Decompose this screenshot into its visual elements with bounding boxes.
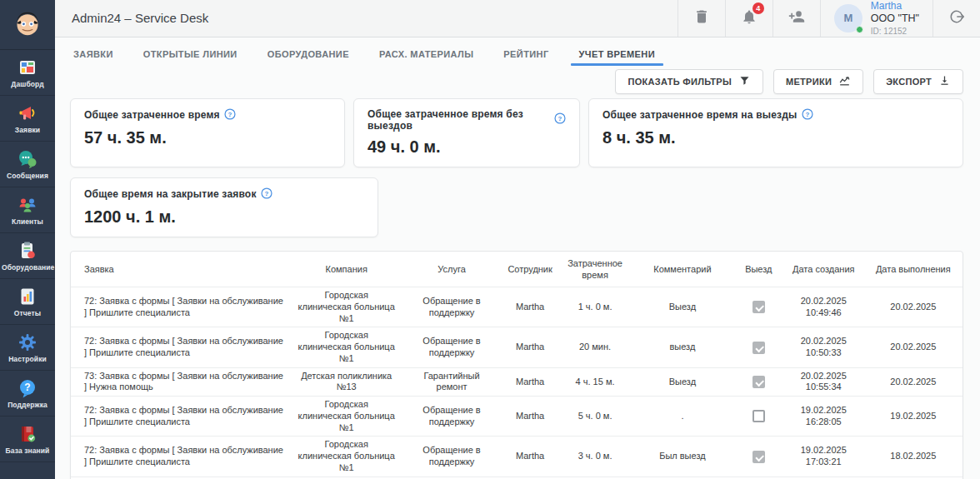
column-header-employee: Сотрудник [501,252,559,287]
cartoon-avatar-icon [11,7,44,43]
sidebar-item-equipment[interactable]: Оборудование [0,233,55,279]
created-date: 20.02.2025 [790,371,858,382]
sidebar-item-label: Заявки [2,126,53,134]
tab-equipment[interactable]: ОБОРУДОВАНИЕ [268,49,349,66]
table-row: 72: Заявка с формы [ Заявки на обслужива… [71,327,962,367]
cell-time_spent: 3 ч. 0 м. [559,437,631,477]
cell-company: Детская поликлиника №13 [290,367,402,397]
column-header-created: Дата создания [783,252,864,287]
card-closing-time: Общее время на закрытие заявок ? 1200 ч.… [70,177,378,237]
tab-bar: ЗАЯВКИ ОТКРЫТЫЕ ЛИНИИ ОБОРУДОВАНИЕ РАСХ.… [70,49,963,66]
trash-icon [693,8,710,28]
created-time: 17:03:21 [790,457,858,468]
user-menu[interactable]: M Martha ООО "ТН" ID: 12152 [820,0,932,37]
card-label: Общее время на закрытие заявок ? [84,187,364,202]
sidebar-item-label: Поддержка [2,401,53,409]
tab-rating[interactable]: РЕЙТИНГ [503,49,548,66]
logout-button[interactable] [932,0,980,37]
cell-comment: выезд [631,327,734,367]
metrics-button[interactable]: МЕТРИКИ [773,69,863,94]
cell-employee: Martha [501,367,559,397]
sidebar-item-messages[interactable]: Сообщения [0,142,55,187]
table-row: 72: Заявка с формы [ Заявки на обслужива… [71,287,962,327]
sidebar-item-label: База знаний [2,447,53,455]
tab-open-lines[interactable]: ОТКРЫТЫЕ ЛИНИИ [143,49,238,66]
column-header-visit: Выезд [734,252,783,287]
visit-checkbox-checked[interactable] [752,301,765,313]
show-filters-label: ПОКАЗАТЬ ФИЛЬТРЫ [628,77,732,87]
sidebar-item-settings[interactable]: Настройки [0,325,55,371]
card-label-text: Общее затраченное время на выезды [602,109,798,121]
column-header-completed: Дата выполнения [864,252,962,287]
column-header-comment: Комментарий [631,252,734,287]
cell-company: Городская клиническая больница №1 [290,397,402,437]
export-button[interactable]: ЭКСПОРТ [873,69,963,94]
cell-visit [734,367,783,397]
card-label: Общее затраченное время ? [84,108,331,122]
cell-created: 19.02.202517:03:21 [783,437,864,477]
created-date: 19.02.2025 [790,405,858,417]
cell-employee: Martha [501,397,559,437]
sidebar-item-reports[interactable]: Отчеты [0,279,55,325]
chart-line-icon [838,74,851,88]
download-icon [938,74,951,88]
sidebar-item-clients[interactable]: Клиенты [0,187,55,233]
help-icon[interactable]: ? [802,108,813,122]
svg-text:?: ? [228,110,232,117]
sidebar-item-knowledge-base[interactable]: База знаний [0,417,55,462]
card-label: Общее затраченное время на выезды ? [602,108,949,122]
visit-checkbox-checked[interactable] [752,376,765,388]
time-tracking-table: Заявка Компания Услуга Сотрудник Затраче… [70,251,963,479]
trash-button[interactable] [678,0,725,37]
gear-icon [2,332,53,352]
visit-checkbox-checked[interactable] [752,342,765,354]
created-date: 20.02.2025 [790,336,858,347]
show-filters-button[interactable]: ПОКАЗАТЬ ФИЛЬТРЫ [615,69,763,94]
created-time: 16:28:05 [790,417,858,428]
help-icon[interactable]: ? [261,187,272,202]
sidebar-item-support[interactable]: ? Поддержка [0,371,55,417]
card-label-text: Общее затраченное время без выездов [368,108,550,132]
help-icon[interactable]: ? [554,112,566,127]
sidebar-item-requests[interactable]: Заявки [0,96,55,142]
brand-avatar[interactable] [0,0,55,50]
cell-completed: 20.02.2025 [864,287,962,327]
cell-company: Городская клиническая больница №1 [290,287,402,327]
page-title: Admin24 – Service Desk [55,11,678,25]
created-date: 20.02.2025 [790,296,858,307]
export-label: ЭКСПОРТ [886,77,932,87]
tab-materials[interactable]: РАСХ. МАТЕРИАЛЫ [379,49,473,66]
created-time: 10:50:33 [790,347,858,359]
visit-checkbox-unchecked[interactable] [752,410,765,422]
cell-service: Обращение в поддержку [402,327,501,367]
card-value: 49 ч. 0 м. [368,137,566,157]
cell-completed: 20.02.2025 [864,327,962,367]
cell-completed: 19.02.2025 [864,397,962,437]
cell-employee: Martha [501,437,559,477]
metrics-label: МЕТРИКИ [786,77,832,87]
tab-requests[interactable]: ЗАЯВКИ [73,49,113,66]
cell-service: Гарантийный ремонт [402,367,501,397]
summary-cards-row-2: Общее время на закрытие заявок ? 1200 ч.… [70,177,963,237]
tab-time-tracking[interactable]: УЧЕТ ВРЕМЕНИ [579,49,655,66]
card-label-text: Общее затраченное время [84,109,220,121]
cell-employee: Martha [501,287,559,327]
sidebar-item-label: Сообщения [2,172,53,180]
svg-text:?: ? [24,382,30,393]
notifications-button[interactable]: 4 [725,0,772,37]
cell-comment: Выезд [631,287,734,327]
add-user-button[interactable] [772,0,820,37]
cell-created: 20.02.202510:49:46 [783,287,864,327]
help-icon[interactable]: ? [224,108,236,122]
megaphone-icon [2,103,53,123]
sidebar-item-dashboard[interactable]: Дашборд [0,50,55,96]
user-info: Martha ООО "ТН" ID: 12152 [871,0,919,37]
avatar-initial: M [843,12,852,24]
table-body: 72: Заявка с формы [ Заявки на обслужива… [71,287,962,479]
created-time: 10:55:34 [790,382,858,393]
sidebar-item-label: Дашборд [2,80,53,88]
created-date: 19.02.2025 [790,445,858,457]
cell-time_spent: 1 ч. 0 м. [559,287,631,327]
card-time-without-visits: Общее затраченное время без выездов ? 49… [353,98,580,167]
visit-checkbox-checked[interactable] [752,451,765,463]
